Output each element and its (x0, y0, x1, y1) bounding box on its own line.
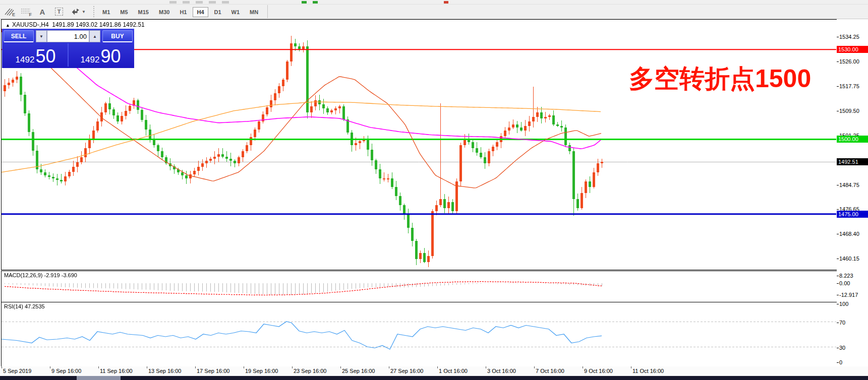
time-axis-tick (195, 366, 196, 368)
time-axis-label: 13 Sep 16:00 (148, 368, 181, 374)
timeframe-button-M15[interactable]: M15 (134, 7, 153, 17)
time-axis-tick (292, 366, 293, 368)
text-box-icon[interactable]: T (51, 6, 67, 18)
price-axis-label: 1517.75 (839, 83, 859, 89)
time-axis-label: 9 Sep 16:00 (51, 368, 81, 374)
volume-up-button[interactable]: ▲ (89, 30, 100, 42)
partial-icon (183, 1, 190, 4)
volume-input[interactable] (47, 30, 89, 42)
time-axis-tick (534, 366, 535, 368)
volume-down-button[interactable]: ▼ (36, 30, 47, 42)
price-badge: 1492.51 (837, 158, 868, 165)
time-axis[interactable]: 5 Sep 20199 Sep 16:0011 Sep 16:0013 Sep … (0, 366, 868, 376)
sell-price-big: 50 (35, 47, 55, 66)
buy-price-small: 1492 (81, 55, 100, 64)
timeframe-button-W1[interactable]: W1 (227, 7, 244, 17)
rsi-axis-label: 0 (839, 359, 842, 365)
timeframe-button-D1[interactable]: D1 (210, 7, 225, 17)
time-axis-label: 3 Oct 16:00 (487, 368, 516, 374)
timeframe-button-H1[interactable]: H1 (176, 7, 191, 17)
time-axis-label: 25 Sep 16:00 (342, 368, 375, 374)
time-axis-tick (98, 366, 99, 368)
macd-axis-label: 8.223 (839, 273, 853, 279)
time-axis-label: 5 Sep 2019 (3, 368, 31, 374)
partial-icon-red (444, 1, 448, 4)
timeframe-button-M5[interactable]: M5 (116, 7, 132, 17)
equidistant-channel-icon[interactable]: E (2, 6, 17, 18)
time-axis-label: 23 Sep 16:00 (294, 368, 326, 374)
rsi-canvas[interactable] (2, 302, 836, 366)
price-badge: 1500.00 (837, 136, 868, 143)
timeframe-button-M30[interactable]: M30 (155, 7, 173, 17)
sell-price-small: 1492 (16, 55, 35, 64)
price-axis-label: 1484.75 (839, 182, 859, 188)
price-axis-label: 1509.50 (839, 108, 859, 114)
partial-icon-green (302, 1, 307, 4)
bottom-cut-strip (0, 376, 868, 380)
time-axis-tick (244, 366, 244, 368)
macd-panel: MACD(12,26,9) -2.919 -3.690 (1, 271, 838, 302)
price-axis[interactable]: 1534.251526.001517.751509.501501.251484.… (837, 19, 868, 376)
spin-up-icon: ▲ (93, 34, 97, 39)
time-axis-label: 7 Oct 16:00 (536, 368, 564, 374)
one-click-trade-panel: SELL ▼ ▲ BUY 1492 50 1492 90 (2, 29, 134, 68)
symbol-ohlc-text: XAUUSD-,H4 1491.89 1493.02 1491.86 1492.… (12, 21, 145, 28)
rsi-axis-label: 30 (839, 345, 845, 351)
price-axis-label: 1526.00 (839, 58, 859, 65)
sell-price[interactable]: 1492 50 (4, 43, 68, 67)
time-axis-tick (389, 366, 389, 368)
partial-icon (196, 1, 203, 4)
partial-icon (169, 1, 177, 4)
time-axis-tick (631, 366, 631, 368)
spin-down-icon: ▼ (39, 34, 43, 39)
time-axis-label: 27 Sep 16:00 (390, 368, 423, 374)
sell-button[interactable]: SELL (4, 30, 34, 42)
partial-icon (222, 1, 229, 4)
main-chart-panel: ▲XAUUSD-,H4 1491.89 1493.02 1491.86 1492… (1, 19, 838, 270)
chart-annotation-text: 多空转折点1500 (629, 66, 811, 91)
time-axis-tick (2, 366, 2, 368)
price-axis-label: 1460.15 (839, 256, 859, 262)
macd-axis-label: 0.00 (839, 280, 850, 286)
rsi-label: RSI(14) 47.2535 (4, 303, 45, 309)
collapse-icon[interactable]: ▲ (6, 23, 10, 28)
bottom-strip-segment (77, 376, 121, 380)
timeframe-toolbar: M1M5M15M30H1H4D1W1MN (97, 7, 263, 16)
fibonacci-retracement-icon[interactable]: F (18, 6, 33, 18)
partial-icon (209, 1, 216, 4)
rsi-panel: RSI(14) 47.2535 (1, 302, 838, 367)
time-axis-label: 19 Sep 16:00 (245, 368, 278, 374)
toolbar-separator (267, 5, 268, 18)
chart-header: ▲XAUUSD-,H4 1491.89 1493.02 1491.86 1492… (6, 21, 145, 28)
timeframe-button-M1[interactable]: M1 (98, 7, 114, 17)
price-badge: 1530.00 (837, 46, 868, 53)
buy-button[interactable]: BUY (102, 30, 133, 42)
buy-price-big: 90 (100, 47, 121, 66)
time-axis-label: 1 Oct 16:00 (439, 368, 468, 374)
time-axis-label: 11 Oct 16:00 (632, 368, 664, 374)
top-cut-toolbar-strip (0, 0, 868, 5)
price-axis-label: 1468.40 (839, 231, 859, 237)
price-axis-label: 1534.25 (839, 34, 859, 40)
rsi-axis-label: 70 (839, 320, 845, 326)
macd-canvas[interactable] (2, 271, 836, 301)
shapes-dropdown-icon[interactable]: ▼ (68, 6, 88, 18)
partial-icon-green (313, 1, 318, 4)
text-label-icon[interactable]: A (35, 6, 50, 18)
time-axis-tick (50, 366, 50, 368)
macd-label: MACD(12,26,9) -2.919 -3.690 (4, 272, 77, 278)
toolbar-separator (93, 6, 94, 17)
timeframe-button-H4[interactable]: H4 (193, 7, 208, 17)
toolbar: E F A T ▼ M1M5M15M30H1H4D1W1MN (0, 5, 868, 19)
time-axis-tick (340, 366, 341, 368)
buy-price[interactable]: 1492 90 (69, 43, 133, 67)
timeframe-button-MN[interactable]: MN (246, 7, 262, 17)
time-axis-label: 17 Sep 16:00 (197, 368, 229, 374)
time-axis-tick (147, 366, 147, 368)
time-axis-tick (583, 366, 583, 368)
time-axis-label: 11 Sep 16:00 (100, 368, 133, 374)
time-axis-tick (437, 366, 438, 368)
chevron-down-icon: ▼ (82, 10, 86, 14)
time-axis-label: 9 Oct 16:00 (584, 368, 613, 374)
time-axis-tick (486, 366, 486, 368)
